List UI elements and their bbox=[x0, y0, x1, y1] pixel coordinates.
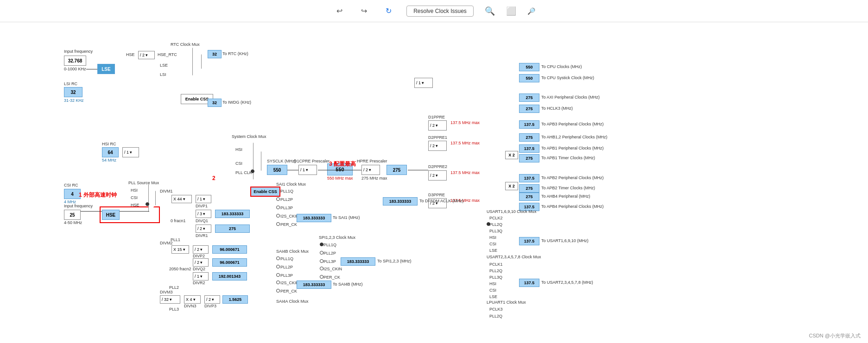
cpu-systick-val: 550 bbox=[519, 74, 539, 82]
hpre-275-val: 275 bbox=[386, 165, 407, 175]
d2ppre1-dropdown[interactable]: / 2 ▾ bbox=[428, 141, 447, 151]
hsi-freq: 54 MHz bbox=[102, 158, 116, 162]
annotation-1-text: 1 外部高速时钟 bbox=[79, 191, 117, 199]
sai1-output-val: 183.333333 bbox=[297, 214, 331, 222]
hpre-div-dropdown[interactable]: / 2 ▾ bbox=[361, 165, 380, 175]
divn1-label: DIVP1 bbox=[196, 204, 208, 208]
iwdg-label: To IWDG (KHz) bbox=[222, 100, 251, 105]
x44-dropdown[interactable]: X 44 ▾ bbox=[171, 195, 192, 203]
per-ck-spi-label: PER_CK bbox=[323, 275, 340, 280]
zoom-in-icon[interactable]: 🔍 bbox=[485, 6, 495, 16]
lse-usart1-label: LSE bbox=[489, 248, 497, 253]
fracn2-label: 2050 fracn2 bbox=[169, 267, 191, 271]
input-freq-bottom-value[interactable]: 25 bbox=[64, 210, 81, 220]
input-freq-top-label: Input frequency bbox=[64, 49, 93, 54]
d2ppre1-label: D2PPRE1 bbox=[428, 135, 447, 140]
hsi-rc-value[interactable]: 64 bbox=[102, 147, 119, 157]
spi123-clock-mux-label: SPI1,2,3 Clock Mux bbox=[319, 235, 355, 240]
ahb12-label: To AHB1,2 Peripheral Clocks (MHz) bbox=[541, 135, 608, 139]
d1ppre-max: 137.5 MHz max bbox=[450, 120, 480, 125]
d1cpre-div-dropdown[interactable]: / 1 ▾ bbox=[298, 165, 317, 175]
pll1q-sai-label: PLL1Q bbox=[280, 189, 293, 193]
cpu-systick-label: To CPU Systick Clock (MHz) bbox=[541, 75, 594, 80]
zoom-out-icon[interactable]: 🔎 bbox=[527, 7, 535, 15]
enable-css-main-box[interactable]: Enable CSS bbox=[250, 187, 280, 197]
axi-periph-label: To AXI Peripheral Clocks (MHz) bbox=[541, 95, 600, 100]
div1b-dropdown[interactable]: / 1 ▾ bbox=[193, 272, 209, 281]
rtc-clock-mux-label: RTC Clock Mux bbox=[171, 42, 200, 47]
undo-button[interactable]: ↩ bbox=[333, 5, 346, 17]
x2-1-box: X 2 bbox=[505, 151, 518, 159]
pll2p-spi-label: PLL2P bbox=[323, 251, 336, 256]
sys-csi-label: CSI bbox=[235, 161, 242, 166]
iwdg-output-val: 32 bbox=[208, 99, 222, 107]
pll3p-sai-label: PLL3P bbox=[280, 206, 293, 210]
sai4b-clock-mux-label: SAI4B Clock Mux bbox=[276, 249, 309, 254]
csi-rc-value[interactable]: 4 bbox=[64, 189, 81, 199]
div1-divn1-dropdown[interactable]: / 1 ▾ bbox=[196, 195, 211, 203]
hsi-usart2-label: HSI bbox=[489, 281, 496, 286]
usart1-clock-mux-label: USART1,6,9,10 Clock Mux bbox=[487, 209, 536, 214]
pll3-divp-val: 1.5625 bbox=[222, 295, 248, 304]
sai4b-output-val: 183.333333 bbox=[297, 281, 331, 289]
pll2q-lp-label: PLL2Q bbox=[489, 314, 502, 318]
apb1-timer-label: To APB1 Timer Clocks (MHz) bbox=[541, 156, 595, 160]
pll2p-sai4b-label: PLL2P bbox=[280, 265, 293, 269]
pll-hse-label: HSE bbox=[131, 203, 139, 207]
cpu-div1-dropdown[interactable]: / 1 ▾ bbox=[414, 78, 433, 88]
x15-dropdown[interactable]: X 15 ▾ bbox=[171, 245, 189, 254]
hpre-label: HPRE Prescaler bbox=[357, 159, 387, 163]
sai1-i2s-dot bbox=[276, 214, 280, 218]
ahb12-val: 275 bbox=[519, 133, 539, 142]
pll3p-sai4b-label: PLL3P bbox=[280, 273, 293, 278]
d1ppre-label: D1PPRE bbox=[428, 115, 445, 119]
sys-pll-selected-dot bbox=[251, 169, 254, 173]
clock-diagram-canvas: Input frequency 32.768 0-1000 KHz LSE LS… bbox=[0, 22, 868, 343]
div2c-dropdown[interactable]: / 2 ▾ bbox=[204, 295, 220, 304]
max-275-label: 275 MHz max bbox=[361, 176, 387, 181]
apb2-periph-val: 137.5 bbox=[519, 174, 539, 182]
hsi-div-dropdown[interactable]: / 1 ▾ bbox=[122, 147, 139, 157]
sys-pllclk-label: PLL CLK bbox=[235, 170, 252, 175]
rtc-hse-div-dropdown[interactable]: / 2 ▾ bbox=[138, 51, 155, 59]
line-275-output bbox=[408, 170, 428, 170]
pclk2-label: PCLK2 bbox=[489, 216, 503, 220]
lse-box[interactable]: LSE bbox=[97, 64, 115, 74]
watermark: CSDN @小光学嵌入式 bbox=[809, 332, 861, 339]
hclk3-label: To HCLK3 (MHz) bbox=[541, 106, 573, 111]
div2b-dropdown[interactable]: / 2 ▾ bbox=[193, 258, 209, 267]
div3-divq1-dropdown[interactable]: / 3 ▾ bbox=[196, 210, 211, 218]
frame-icon[interactable]: ⬜ bbox=[506, 6, 516, 16]
refresh-button[interactable]: ↻ bbox=[382, 5, 395, 17]
lsi-rc-value[interactable]: 32 bbox=[64, 87, 82, 97]
divr1-label: DIVR1 bbox=[196, 233, 208, 238]
ahb4-val: 275 bbox=[519, 193, 539, 201]
pll3p-spi-label: PLL3P bbox=[323, 259, 336, 264]
div32-dropdown[interactable]: / 32 ▾ bbox=[160, 295, 180, 304]
annotation-2-text: 2 bbox=[212, 175, 215, 181]
d2ppre2-dropdown[interactable]: / 2 ▾ bbox=[428, 170, 447, 181]
rtc-lse-label: LSE bbox=[160, 63, 168, 68]
rtc-lsi-label: LSI bbox=[160, 72, 166, 77]
pll-hse-selected-dot bbox=[146, 202, 149, 206]
pll2-label: PLL2 bbox=[169, 285, 179, 290]
lsi-rc-freq: 31-32 KHz bbox=[64, 98, 84, 103]
div2a-dropdown[interactable]: / 2 ▾ bbox=[193, 245, 209, 254]
pll1-divq-val: 183.333333 bbox=[215, 210, 250, 218]
d1ppre-dropdown[interactable]: / 2 ▾ bbox=[428, 120, 447, 131]
apb1-periph-label: To APB1 Peripheral Clocks (MHz) bbox=[541, 146, 604, 150]
sai1-per-dot bbox=[276, 222, 280, 226]
ahb4-label: To AHB4 Peripheral (MHz) bbox=[541, 194, 590, 199]
input-freq-top-value[interactable]: 32.768 bbox=[64, 56, 86, 66]
redo-button[interactable]: ↪ bbox=[357, 5, 371, 17]
usart1-pll2q-dot bbox=[487, 222, 490, 226]
resolve-clock-issues-button[interactable]: Resolve Clock Issues bbox=[406, 6, 474, 17]
divm3-label: DIVM3 bbox=[160, 290, 173, 294]
div2-divr1-dropdown[interactable]: / 2 ▾ bbox=[196, 225, 211, 233]
sai1-pll2p-dot bbox=[276, 197, 280, 201]
rtc-hse-label: HSE bbox=[126, 52, 135, 57]
sai1-pll3p-dot bbox=[276, 206, 280, 209]
dfsdm-label: To DF5DM ACLK (MHz) bbox=[419, 199, 464, 203]
sysclk-value[interactable]: 550 bbox=[267, 165, 287, 175]
x4-dropdown[interactable]: X 4 ▾ bbox=[184, 295, 201, 304]
